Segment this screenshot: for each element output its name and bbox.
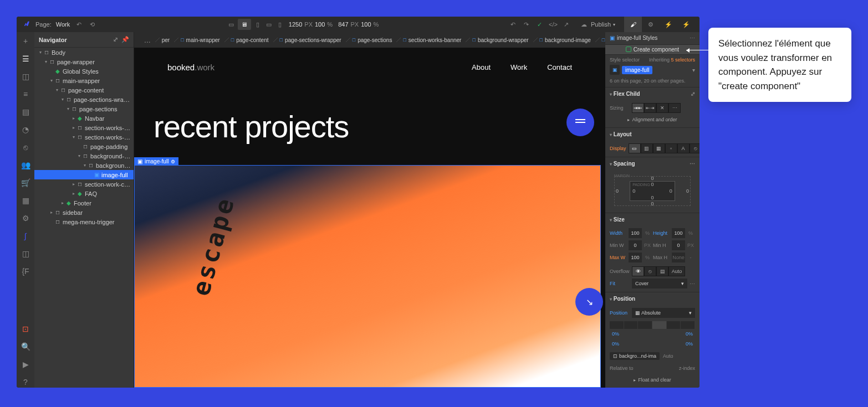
tree-item-image-full[interactable]: ▣image-full [34, 170, 134, 179]
sizing-grow[interactable]: ⇤⇥ [644, 103, 656, 113]
page-name[interactable]: Work [56, 21, 70, 28]
breadcrumb-item[interactable]: □main-wrapper [174, 34, 224, 45]
viewport-desktop[interactable]: 🖥 [238, 19, 251, 30]
undo-icon[interactable]: ↶ [74, 20, 83, 29]
nav-link-about[interactable]: About [472, 63, 491, 71]
canvas-height[interactable]: 847 [338, 21, 348, 28]
navigator-tree[interactable]: ▾□Body▾□page-wrapper◆Global Styles▾□main… [34, 48, 134, 388]
canvas[interactable]: booked.work AboutWorkContact recent proj… [134, 48, 605, 388]
pin-icon[interactable]: 📌 [121, 36, 129, 43]
fit-dropdown[interactable]: Cover▾ [632, 279, 687, 288]
display-inline-block[interactable]: ▫ [665, 143, 677, 153]
sizing-shrink[interactable]: ⇥⇤ [632, 103, 644, 113]
tree-item-section-works-hero[interactable]: ▸□section-works-hero [34, 123, 134, 132]
assets-icon[interactable]: ▦ [20, 195, 31, 206]
selected-image[interactable] [134, 165, 601, 388]
tree-item-Navbar[interactable]: ▸◆Navbar [34, 114, 134, 123]
redo2-icon[interactable]: ↷ [522, 20, 531, 29]
more-icon[interactable]: ⋯ [690, 35, 695, 41]
nav-link-contact[interactable]: Contact [547, 63, 572, 71]
maxh-input[interactable]: None [672, 253, 685, 262]
tree-item-Footer[interactable]: ▸◆Footer [34, 198, 134, 208]
cube-icon[interactable]: ◫ [20, 71, 31, 82]
publish-button[interactable]: ☁Publish▾ [575, 19, 620, 30]
variables-icon[interactable]: {F [20, 266, 31, 277]
width-input[interactable]: 100 [629, 228, 642, 238]
breadcrumb-item[interactable]: □image-full [595, 34, 605, 45]
users-icon[interactable]: 👥 [20, 159, 31, 171]
navigator-icon[interactable]: ☰ [20, 53, 31, 64]
create-component-button[interactable]: Create component [605, 45, 699, 55]
arrow-button[interactable]: ↘ [575, 288, 603, 316]
position-preset[interactable] [610, 321, 695, 329]
relative-to[interactable]: ⊡backgro...nd-ima [610, 352, 660, 360]
tab-settings[interactable]: ⚙ [642, 17, 660, 32]
export-icon[interactable]: ↗ [562, 20, 571, 29]
minh-input[interactable]: 0 [672, 240, 685, 250]
ecommerce-icon[interactable]: 🛒 [20, 177, 31, 188]
viewport-mobile-icon[interactable]: ▯ [275, 20, 284, 29]
viewport-mobile-l-icon[interactable]: ▭ [264, 20, 273, 29]
float-toggle[interactable]: ▸Float and clear [610, 374, 695, 385]
selector-type-icon[interactable]: ▣ [610, 65, 620, 75]
display-grid[interactable]: ▦ [653, 143, 665, 153]
tab-effects[interactable]: ⚡ [677, 17, 695, 32]
sizing-none[interactable]: ✕ [656, 103, 668, 113]
canvas-width[interactable]: 1250 [289, 21, 302, 28]
tree-item-main-wrapper[interactable]: ▾□main-wrapper [34, 76, 134, 85]
display-block[interactable]: ▭ [629, 143, 641, 153]
breadcrumb-item[interactable]: □section-works-banner [396, 34, 466, 45]
chevron-down-icon[interactable]: ▾ [692, 67, 695, 73]
cms-icon[interactable]: ◔ [20, 124, 31, 135]
breadcrumb-item[interactable]: per [155, 34, 174, 45]
display-flex[interactable]: ▥ [641, 143, 653, 153]
menu-button[interactable] [566, 109, 594, 136]
apps-icon[interactable]: ◫ [20, 248, 31, 259]
overflow-auto[interactable]: Auto [668, 266, 685, 276]
tree-item-page-padding[interactable]: □page-padding [34, 142, 134, 151]
maxw-input[interactable]: 100 [629, 253, 642, 262]
selection-label[interactable]: ▣ image-full ⚙ [134, 157, 178, 166]
breadcrumb-item[interactable]: □background-wrapper [466, 34, 533, 45]
display-inline[interactable]: A [677, 143, 690, 153]
tree-item-page-content[interactable]: ▾□page-content [34, 85, 134, 95]
tree-item-sidebar[interactable]: ▸□sidebar [34, 208, 134, 217]
breadcrumb-item[interactable]: □background-image [533, 34, 595, 45]
search-icon[interactable]: 🔍 [20, 341, 31, 352]
gear-icon[interactable]: ⚙ [171, 159, 175, 164]
code-icon[interactable]: </> [549, 20, 558, 29]
sizing-custom[interactable]: ⋯ [668, 103, 681, 113]
video-icon[interactable]: ▶ [20, 359, 31, 370]
alignment-toggle[interactable]: ▸Alignment and order [610, 114, 695, 125]
spacing-editor[interactable]: MARGIN 0 0 0 0 PADDING 0 0 0 0 [610, 174, 695, 208]
help-icon[interactable]: ? [20, 377, 31, 388]
bezier-icon[interactable]: ∫ [20, 230, 31, 241]
display-none[interactable]: ⦸ [690, 143, 699, 153]
tab-interactions[interactable]: ⚡ [660, 17, 677, 32]
viewport-wide-icon[interactable]: ▭ [227, 20, 236, 29]
position-dropdown[interactable]: ▦ Absolute▾ [632, 308, 695, 318]
tab-style[interactable]: 🖌 [624, 17, 642, 32]
tree-item-mega-menu-trigger[interactable]: □mega-menu-trigger [34, 217, 134, 226]
webflow-logo[interactable] [21, 19, 31, 29]
tree-item-FAQ[interactable]: ▸◆FAQ [34, 189, 134, 198]
tree-item-section-works-banner[interactable]: ▾□section-works-banner [34, 132, 134, 142]
overflow-visible[interactable]: 👁 [632, 266, 644, 276]
tree-item-Body[interactable]: ▾□Body [34, 48, 134, 57]
height-input[interactable]: 100 [672, 228, 685, 238]
layers-icon[interactable]: ≡ [20, 89, 31, 100]
tree-item-background-image[interactable]: ▾□background-image [34, 161, 134, 170]
more-icon[interactable]: ⋯ [690, 281, 695, 287]
undo2-icon[interactable]: ↶ [509, 20, 518, 29]
tree-item-page-sections-wrapper[interactable]: ▾□page-sections-wrapper [34, 95, 134, 104]
collapse-icon[interactable]: ⤢ [113, 36, 118, 43]
add-icon[interactable]: + [20, 35, 31, 47]
tree-item-page-sections[interactable]: ▾□page-sections [34, 104, 134, 114]
minw-input[interactable]: 0 [629, 240, 642, 250]
tree-item-page-wrapper[interactable]: ▾□page-wrapper [34, 57, 134, 66]
pages-icon[interactable]: ▤ [20, 106, 31, 117]
breadcrumb-item[interactable]: □page-sections-wrapper [273, 34, 346, 45]
settings-icon[interactable]: ⚙ [20, 213, 31, 224]
breadcrumb-item[interactable]: ... [137, 34, 155, 45]
status-ok-icon[interactable]: ✓ [535, 20, 544, 29]
